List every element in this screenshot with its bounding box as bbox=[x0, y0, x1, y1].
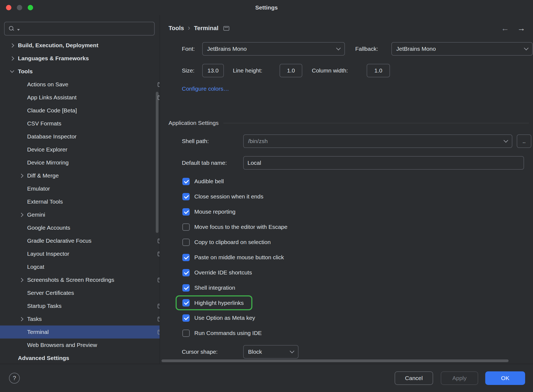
checkbox[interactable] bbox=[182, 269, 190, 276]
fallback-font-select[interactable]: JetBrains Mono bbox=[391, 42, 533, 56]
checkbox[interactable] bbox=[182, 330, 190, 337]
ok-button[interactable]: OK bbox=[485, 371, 525, 385]
sidebar-item-screenshots-screen-recordings[interactable]: Screenshots & Screen Recordings bbox=[0, 273, 160, 286]
chevron-spacer bbox=[17, 146, 25, 153]
sidebar-item-claude-code[interactable]: Claude Code [Beta] bbox=[0, 104, 160, 117]
checkbox-row-close-session[interactable]: Close session when it ends bbox=[182, 189, 533, 204]
chevron-right-icon[interactable] bbox=[8, 42, 16, 49]
chevron-down-icon[interactable] bbox=[504, 138, 508, 143]
line-height-input[interactable]: 1.0 bbox=[280, 64, 302, 77]
checkbox-label: Mouse reporting bbox=[194, 208, 236, 215]
sidebar-item-startup-tasks[interactable]: Startup Tasks bbox=[0, 299, 160, 312]
checkbox[interactable] bbox=[182, 239, 190, 246]
section-divider-line bbox=[223, 123, 529, 123]
sidebar-item-google-accounts[interactable]: Google Accounts bbox=[0, 221, 160, 234]
sidebar-item-database-inspector[interactable]: Database Inspector bbox=[0, 130, 160, 143]
chevron-right-icon[interactable] bbox=[17, 315, 25, 323]
search-options-caret-icon[interactable] bbox=[17, 29, 20, 31]
sidebar-item-csv-formats[interactable]: CSV Formats bbox=[0, 117, 160, 130]
apply-button[interactable]: Apply bbox=[441, 371, 478, 385]
settings-search-box[interactable] bbox=[4, 22, 155, 36]
size-input[interactable]: 13.0 bbox=[202, 64, 224, 77]
chevron-spacer bbox=[17, 328, 25, 336]
history-nav: ← → bbox=[501, 22, 525, 34]
checkbox-row-copy-on-selection[interactable]: Copy to clipboard on selection bbox=[182, 235, 533, 250]
checkbox-label: Close session when it ends bbox=[194, 193, 263, 200]
sidebar-item-logcat[interactable]: Logcat bbox=[0, 260, 160, 273]
sidebar-item-app-links-assistant[interactable]: App Links Assistant bbox=[0, 91, 160, 104]
breadcrumb: Tools › Terminal ← → bbox=[160, 22, 533, 34]
content-horizontal-scrollbar[interactable] bbox=[161, 359, 509, 362]
checkbox-row-option-as-meta[interactable]: Use Option as Meta key bbox=[182, 310, 533, 325]
zoom-window-button[interactable] bbox=[28, 5, 33, 10]
font-select[interactable]: JetBrains Mono bbox=[202, 42, 345, 56]
cancel-button[interactable]: Cancel bbox=[395, 371, 433, 385]
sidebar-item-emulator[interactable]: Emulator bbox=[0, 182, 160, 195]
sidebar-item-server-certificates[interactable]: Server Certificates bbox=[0, 286, 160, 299]
sidebar-item-tasks[interactable]: Tasks bbox=[0, 312, 160, 325]
checkbox[interactable] bbox=[182, 299, 190, 306]
checkbox-row-mouse-reporting[interactable]: Mouse reporting bbox=[182, 204, 533, 219]
search-icon bbox=[8, 25, 15, 32]
chevron-spacer bbox=[17, 185, 25, 192]
forward-arrow-icon[interactable]: → bbox=[517, 24, 525, 33]
sidebar-item-build-execution-deployment[interactable]: Build, Execution, Deployment bbox=[0, 39, 160, 52]
search-input[interactable] bbox=[21, 25, 154, 32]
close-window-button[interactable] bbox=[6, 5, 11, 10]
minimize-window-button[interactable] bbox=[17, 5, 22, 10]
cursor-shape-select[interactable]: Block bbox=[243, 345, 299, 359]
chevron-right-icon[interactable] bbox=[8, 55, 16, 62]
chevron-right-icon[interactable] bbox=[17, 276, 25, 284]
configure-colors-link[interactable]: Configure colors… bbox=[182, 86, 229, 92]
help-button[interactable]: ? bbox=[9, 373, 20, 384]
checkbox-row-highlight-hyperlinks[interactable]: Highlight hyperlinks bbox=[176, 295, 252, 310]
checkbox[interactable] bbox=[182, 284, 190, 292]
chevron-right-icon[interactable] bbox=[17, 211, 25, 219]
checkbox-row-paste-middle-mouse[interactable]: Paste on middle mouse button click bbox=[182, 250, 533, 265]
checkbox[interactable] bbox=[182, 314, 190, 322]
breadcrumb-separator-icon: › bbox=[188, 24, 190, 32]
shell-path-combobox[interactable]: /bin/zsh bbox=[243, 134, 512, 148]
sidebar-item-label: Logcat bbox=[27, 264, 44, 270]
cursor-shape-value: Block bbox=[248, 349, 262, 355]
sidebar-item-label: Emulator bbox=[27, 185, 50, 192]
browse-shell-path-button[interactable]: .. bbox=[517, 134, 531, 148]
sidebar-item-label: Languages & Frameworks bbox=[18, 55, 89, 62]
back-arrow-icon[interactable]: ← bbox=[501, 24, 509, 33]
checkbox[interactable] bbox=[182, 178, 190, 185]
sidebar-item-label: Tasks bbox=[27, 316, 42, 322]
sidebar-item-tools[interactable]: Tools bbox=[0, 65, 160, 78]
window-settings-icon bbox=[158, 239, 160, 243]
checkbox-row-override-ide-shortcuts[interactable]: Override IDE shortcuts bbox=[182, 265, 533, 280]
sidebar-item-layout-inspector[interactable]: Layout Inspector bbox=[0, 247, 160, 260]
sidebar-item-web-browsers-and-preview[interactable]: Web Browsers and Preview bbox=[0, 339, 160, 352]
sidebar-item-device-mirroring[interactable]: Device Mirroring bbox=[0, 156, 160, 169]
sidebar-item-device-explorer[interactable]: Device Explorer bbox=[0, 143, 160, 156]
checkbox-row-run-commands-ide[interactable]: Run Commands using IDE bbox=[182, 325, 533, 341]
breadcrumb-tools[interactable]: Tools bbox=[169, 25, 184, 32]
checkbox-row-shell-integration[interactable]: Shell integration bbox=[182, 280, 533, 295]
checkbox[interactable] bbox=[182, 254, 190, 261]
checkbox[interactable] bbox=[182, 208, 190, 216]
sidebar-item-advanced-settings[interactable]: Advanced Settings bbox=[0, 352, 160, 364]
sidebar-item-gradle-declarative-focus[interactable]: Gradle Declarative Focus bbox=[0, 234, 160, 247]
sidebar-item-languages-frameworks[interactable]: Languages & Frameworks bbox=[0, 52, 160, 65]
checkbox-row-move-focus-escape[interactable]: Move focus to the editor with Escape bbox=[182, 219, 533, 235]
default-tab-name-input[interactable]: Local bbox=[243, 156, 524, 170]
chevron-down-icon[interactable] bbox=[8, 68, 16, 75]
sidebar-item-diff-merge[interactable]: Diff & Merge bbox=[0, 169, 160, 182]
sidebar-item-external-tools[interactable]: External Tools bbox=[0, 195, 160, 208]
checkbox[interactable] bbox=[182, 223, 190, 231]
settings-sidebar: Build, Execution, Deployment Languages &… bbox=[0, 15, 160, 364]
sidebar-item-gemini[interactable]: Gemini bbox=[0, 208, 160, 221]
sidebar-item-label: Actions on Save bbox=[27, 81, 68, 88]
checkbox-row-audible-bell[interactable]: Audible bell bbox=[182, 174, 533, 189]
sidebar-item-label: Build, Execution, Deployment bbox=[18, 42, 98, 49]
sidebar-scrollbar[interactable] bbox=[156, 92, 158, 233]
sidebar-item-terminal[interactable]: Terminal bbox=[0, 325, 160, 339]
checkbox-label: Audible bell bbox=[194, 178, 224, 185]
chevron-right-icon[interactable] bbox=[17, 172, 25, 179]
column-width-input[interactable]: 1.0 bbox=[367, 64, 390, 77]
checkbox[interactable] bbox=[182, 193, 190, 200]
sidebar-item-actions-on-save[interactable]: Actions on Save bbox=[0, 78, 160, 91]
